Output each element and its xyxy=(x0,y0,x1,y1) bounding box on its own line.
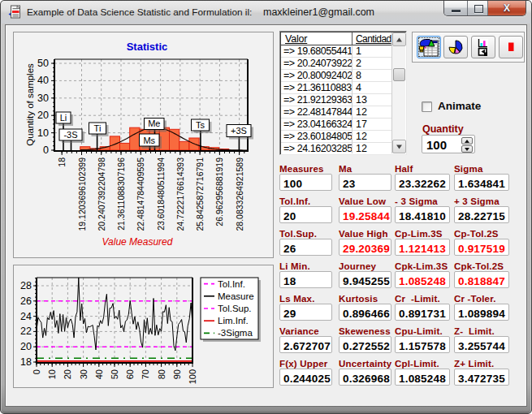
svg-text:Ms: Ms xyxy=(143,136,155,145)
svg-text:24: 24 xyxy=(20,311,32,322)
svg-text:60: 60 xyxy=(125,369,135,379)
svg-text:-3S: -3S xyxy=(63,130,77,140)
svg-text:50: 50 xyxy=(110,369,119,379)
svg-text:Ts: Ts xyxy=(196,120,205,130)
svg-text:0: 0 xyxy=(43,144,49,156)
svg-text:10: 10 xyxy=(47,369,57,379)
svg-text:22.4814784409595: 22.4814784409595 xyxy=(136,157,145,231)
svg-text:80: 80 xyxy=(157,369,167,379)
svg-text:70: 70 xyxy=(141,369,150,379)
svg-text:18: 18 xyxy=(20,356,32,368)
svg-text:+3S: +3S xyxy=(231,126,247,136)
svg-text:30: 30 xyxy=(37,93,49,104)
svg-text:24.7222176614393: 24.7222176614393 xyxy=(175,157,185,231)
svg-text:20: 20 xyxy=(20,341,32,352)
svg-text:26.962956881919: 26.962956881919 xyxy=(214,157,224,226)
svg-text:28.0833264921589: 28.0833264921589 xyxy=(235,157,244,231)
svg-text:90: 90 xyxy=(172,369,182,379)
svg-text:25.8425872716791: 25.8425872716791 xyxy=(195,157,205,231)
svg-text:21.3611088307196: 21.3611088307196 xyxy=(116,157,126,231)
svg-text:22: 22 xyxy=(20,326,32,337)
svg-text:18: 18 xyxy=(57,157,67,167)
svg-text:20: 20 xyxy=(37,110,49,121)
svg-text:23.6018480511994: 23.6018480511994 xyxy=(156,157,166,231)
svg-text:10: 10 xyxy=(37,127,49,139)
svg-text:40: 40 xyxy=(94,369,104,379)
svg-text:Value Measured: Value Measured xyxy=(102,236,173,248)
svg-text:Tol.Sup.: Tol.Sup. xyxy=(218,304,252,313)
svg-text:Me: Me xyxy=(148,119,160,128)
svg-text:20.2407392204798: 20.2407392204798 xyxy=(97,157,106,231)
svg-text:Li: Li xyxy=(60,113,67,123)
svg-text:Tol.Inf.: Tol.Inf. xyxy=(218,279,245,289)
svg-text:Statistic: Statistic xyxy=(127,41,168,53)
svg-text:0: 0 xyxy=(32,369,41,374)
svg-text:100: 100 xyxy=(188,369,197,384)
svg-text:19.1203696102399: 19.1203696102399 xyxy=(77,157,87,231)
svg-text:Lim.Inf.: Lim.Inf. xyxy=(218,316,249,326)
svg-text:28: 28 xyxy=(20,280,32,291)
svg-text:26: 26 xyxy=(20,295,32,307)
svg-text:Measure: Measure xyxy=(218,291,254,301)
svg-text:-3Sigma: -3Sigma xyxy=(218,328,253,338)
svg-text:50: 50 xyxy=(37,58,49,69)
svg-text:40: 40 xyxy=(37,75,49,86)
svg-text:Ti: Ti xyxy=(94,123,102,133)
svg-text:Quantity of samples: Quantity of samples xyxy=(25,63,35,146)
svg-text:20: 20 xyxy=(63,369,72,379)
svg-text:30: 30 xyxy=(79,369,89,379)
